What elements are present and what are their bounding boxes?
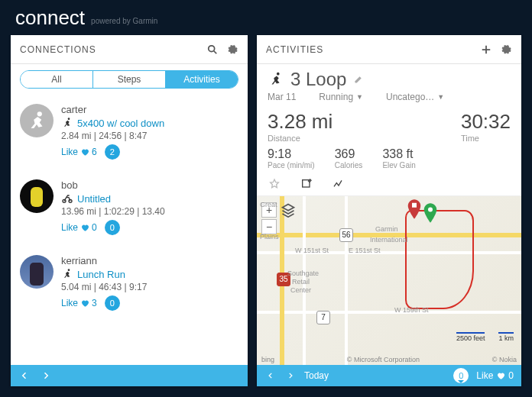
bike-icon	[61, 192, 73, 205]
right-footer: Today 0 Like 0	[257, 365, 521, 386]
add-icon[interactable]	[480, 44, 492, 56]
calories-value: 369	[335, 147, 363, 161]
feed-activity-title[interactable]: Untitled	[77, 193, 111, 205]
layers-icon[interactable]	[280, 202, 297, 218]
like-button[interactable]: Like 6	[61, 147, 97, 157]
list-item[interactable]: kerriann Lunch Run 5.04 mi | 46:43 | 9:1…	[20, 247, 238, 323]
avatar[interactable]	[20, 104, 54, 137]
connections-panel: CONNECTIONS All Steps	[11, 35, 248, 386]
comment-button[interactable]: 0	[453, 368, 469, 383]
today-label[interactable]: Today	[304, 370, 329, 381]
svg-point-3	[68, 118, 70, 120]
next-day-icon[interactable]	[284, 370, 297, 382]
pace-value: 9:18	[268, 147, 315, 161]
feed-list[interactable]: carter 5x400 w/ cool down 2.84 mi | 24:5…	[11, 92, 248, 365]
end-marker-icon	[407, 199, 421, 219]
pencil-icon[interactable]	[352, 73, 365, 86]
time-label: Time	[461, 134, 511, 143]
prev-day-icon[interactable]	[264, 370, 277, 382]
map-label-center: Center	[290, 286, 311, 294]
svg-rect-9	[412, 203, 417, 208]
scale-feet: 2500 feet	[456, 332, 485, 342]
time-value: 30:32	[461, 110, 511, 134]
activity-category-label: Uncatego…	[386, 92, 434, 102]
svg-line-1	[214, 50, 217, 53]
gear-icon[interactable]	[500, 44, 512, 56]
feed-user[interactable]: bob	[61, 179, 238, 191]
feed-stats: 5.04 mi | 46:43 | 9:17	[61, 282, 238, 292]
search-icon[interactable]	[206, 44, 219, 56]
distance-label: Distance	[268, 134, 332, 143]
like-label: Like	[61, 298, 78, 308]
like-label: Like	[476, 370, 493, 381]
activity-type-label: Running	[319, 92, 353, 102]
distance-value: 3.28 mi	[268, 110, 332, 134]
credit-ms: © Microsoft Corporation	[347, 356, 420, 363]
credit-nokia: © Nokia	[492, 356, 517, 363]
like-count: 0	[92, 222, 97, 233]
tab-all[interactable]: All	[21, 71, 93, 88]
activity-category-dropdown[interactable]: Uncatego… ▼	[386, 92, 444, 102]
star-icon[interactable]	[268, 177, 281, 191]
list-item[interactable]: bob Untitled 13.96 mi | 1:02:29 | 13.40 …	[20, 172, 238, 247]
hw-7-shield: 7	[316, 311, 330, 324]
chevron-down-icon: ▼	[437, 93, 444, 101]
like-button[interactable]: Like 0	[476, 370, 514, 381]
like-button[interactable]: Like 3	[61, 298, 97, 308]
gear-icon[interactable]	[226, 44, 238, 56]
comment-count: 2	[110, 147, 115, 157]
elev-label: Elev Gain	[382, 161, 415, 169]
chevron-down-icon: ▼	[356, 93, 363, 101]
hw-56-shield: 56	[339, 228, 353, 242]
map-credits: bing © Microsoft Corporation © Nokia	[261, 356, 517, 363]
tab-steps[interactable]: Steps	[93, 71, 166, 88]
run-icon	[61, 268, 73, 280]
zoom-out-button[interactable]: −	[261, 219, 277, 234]
scale-km: 1 km	[498, 332, 514, 342]
activity-map[interactable]: + − 56 35 7 Great Plains Garmin Internat…	[257, 196, 521, 365]
like-label: Like	[61, 222, 78, 233]
list-item[interactable]: carter 5x400 w/ cool down 2.84 mi | 24:5…	[20, 96, 238, 172]
app-top-bar: connect powered by Garmin	[0, 0, 532, 35]
map-label-retail: Retail	[292, 278, 310, 286]
svg-point-0	[209, 45, 215, 51]
map-label-plains: Plains	[260, 233, 279, 240]
run-icon	[61, 117, 73, 129]
svg-point-6	[68, 269, 70, 271]
comment-count: 0	[459, 371, 463, 380]
map-scalebar: 2500 feet 1 km	[456, 332, 514, 342]
like-count: 6	[92, 147, 97, 157]
activity-type-dropdown[interactable]: Running ▼	[319, 92, 363, 102]
comment-button[interactable]: 2	[105, 144, 120, 160]
feed-activity-title[interactable]: Lunch Run	[77, 269, 125, 280]
edit-icon[interactable]	[300, 177, 313, 191]
map-label-e151: E 151st St	[349, 247, 381, 254]
graph-icon[interactable]	[332, 177, 345, 191]
comment-count: 0	[110, 299, 115, 308]
feed-stats: 13.96 mi | 1:02:29 | 13.40	[61, 206, 238, 217]
map-label-w151: W 151st St	[295, 247, 329, 254]
prev-arrow-icon[interactable]	[18, 370, 31, 382]
credit-bing: bing	[261, 356, 274, 363]
connections-title: CONNECTIONS	[20, 44, 206, 55]
map-label-garmin: Garmin	[375, 225, 398, 233]
avatar[interactable]	[20, 179, 54, 213]
next-arrow-icon[interactable]	[40, 370, 52, 382]
map-label-great: Great	[260, 201, 277, 208]
avatar[interactable]	[20, 255, 54, 289]
feed-activity-title[interactable]: 5x400 w/ cool down	[77, 118, 164, 129]
activity-title: 3 Loop	[290, 69, 346, 90]
activity-panel: ACTIVITIES 3 Loop	[257, 35, 521, 386]
comment-button[interactable]: 0	[105, 295, 120, 311]
tab-activities[interactable]: Activities	[166, 71, 238, 88]
like-button[interactable]: Like 0	[61, 222, 97, 233]
feed-user[interactable]: kerriann	[61, 255, 238, 266]
svg-point-10	[428, 207, 433, 211]
start-marker-icon	[423, 203, 437, 223]
feed-stats: 2.84 mi | 24:56 | 8:47	[61, 131, 238, 141]
like-label: Like	[61, 147, 78, 157]
map-label-southgate: Southgate	[287, 270, 319, 277]
comment-button[interactable]: 0	[105, 220, 120, 235]
feed-user[interactable]: carter	[61, 104, 238, 115]
pace-label: Pace (min/mi)	[268, 161, 315, 169]
